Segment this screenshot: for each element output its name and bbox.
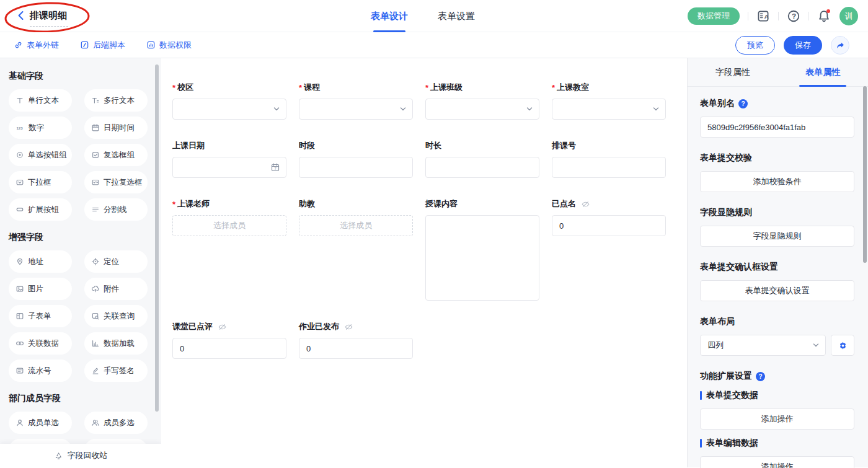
field-class[interactable]: *上课班级 <box>425 82 539 120</box>
field-pill-lookup[interactable]: 关联查询 <box>84 305 148 327</box>
field-pill-address[interactable]: 地址 <box>9 250 72 273</box>
select-icon <box>16 178 24 187</box>
field-pill-multi-text[interactable]: 多行文本 <box>84 89 148 112</box>
layout-select[interactable]: 四列 <box>700 335 826 356</box>
text-multi-icon <box>91 96 100 105</box>
field-schedule-no[interactable]: 排课号 <box>552 140 666 178</box>
teaching-content-textarea[interactable] <box>425 215 539 301</box>
section-visibility-rule: 字段显隐规则 字段显隐规则 <box>700 207 854 247</box>
field-pill-attachment[interactable]: 附件 <box>84 278 148 300</box>
glossary-icon[interactable]: A <box>756 9 770 23</box>
classroom-select[interactable] <box>552 99 666 120</box>
field-pill-radio-group[interactable]: 单选按钮组 <box>9 144 72 166</box>
field-pill-member-single[interactable]: 成员单选 <box>9 412 72 434</box>
save-button[interactable]: 保存 <box>784 36 822 55</box>
field-teaching-content[interactable]: 授课内容 <box>425 198 539 301</box>
data-load-icon <box>91 339 100 348</box>
form-canvas: *校区 *课程 *上课班级 *上课教室 上课日期 <box>161 58 687 467</box>
field-class-date[interactable]: 上课日期 7 <box>172 140 286 178</box>
tab-form-design[interactable]: 表单设计 <box>371 0 408 32</box>
title-edit-underline <box>30 26 68 27</box>
form-title[interactable]: 排课明细 <box>30 10 67 22</box>
field-classroom[interactable]: *上课教室 <box>552 82 666 120</box>
homework-published-input[interactable] <box>299 338 413 359</box>
help-icon[interactable]: ? <box>756 372 765 381</box>
sidebar-scrollbar[interactable] <box>155 64 159 412</box>
script-icon <box>80 40 89 50</box>
field-pill-single-text[interactable]: 单行文本 <box>9 89 72 112</box>
field-pill-multi-select[interactable]: 下拉复选框 <box>84 171 148 193</box>
field-pill-linked-data[interactable]: 关联数据 <box>9 332 72 355</box>
layout-settings-button[interactable] <box>831 335 854 356</box>
field-recycle-bin[interactable]: 字段回收站 <box>0 444 161 467</box>
assistant-member-picker[interactable]: 选择成员 <box>299 215 413 236</box>
submit-confirm-settings-button[interactable]: 表单提交确认设置 <box>700 280 854 301</box>
field-pill-signature[interactable]: 手写签名 <box>84 360 148 382</box>
field-assistant[interactable]: 助教 选择成员 <box>299 198 413 236</box>
add-submit-action-button[interactable]: 添加操作 <box>700 408 854 430</box>
field-pill-location[interactable]: 定位 <box>84 250 148 273</box>
field-pill-member-multi[interactable]: 成员多选 <box>84 412 148 434</box>
panel-body: 表单别名? 表单提交校验 添加校验条件 字段显隐规则 字段显隐规则 表单提交确认… <box>688 87 868 468</box>
tab-form-properties[interactable]: 表单属性 <box>778 58 868 86</box>
add-check-condition-button[interactable]: 添加校验条件 <box>700 171 854 192</box>
share-button[interactable] <box>831 36 849 55</box>
field-roll-called[interactable]: 已点名 <box>552 198 666 236</box>
course-select[interactable] <box>299 99 413 120</box>
field-time-slot[interactable]: 时段 <box>299 140 413 178</box>
back-icon[interactable] <box>15 9 27 22</box>
field-duration[interactable]: 时长 <box>425 140 539 178</box>
field-pill-datetime[interactable]: 日期时间 <box>84 117 148 139</box>
data-permission-button[interactable]: 数据权限 <box>146 40 192 51</box>
member-single-icon <box>16 418 24 427</box>
duration-input[interactable] <box>425 157 539 178</box>
hidden-eye-icon <box>218 322 227 332</box>
field-pill-number[interactable]: 123数字 <box>9 117 72 139</box>
help-icon[interactable]: ? <box>787 9 800 23</box>
link-icon <box>14 40 23 50</box>
number-icon: 123 <box>16 123 25 132</box>
avatar[interactable]: 训 <box>839 7 858 25</box>
field-pill-button[interactable]: 扩展按钮 <box>9 198 72 221</box>
field-course[interactable]: *课程 <box>299 82 413 120</box>
section-form-layout: 表单布局 四列 <box>700 316 854 356</box>
class-reviewed-input[interactable] <box>172 338 286 359</box>
field-pill-checkbox-group[interactable]: 复选框组 <box>84 144 148 166</box>
section-title-basic-fields: 基础字段 <box>9 71 148 82</box>
data-manage-button[interactable]: 数据管理 <box>688 7 740 25</box>
signature-icon <box>91 366 100 375</box>
panel-scrollbar[interactable] <box>863 86 867 263</box>
external-link-button[interactable]: 表单外链 <box>14 40 59 51</box>
notification-bell-icon[interactable] <box>817 9 831 23</box>
panel-tabs: 字段属性 表单属性 <box>688 58 868 87</box>
accent-bar <box>700 439 702 448</box>
field-pill-subform[interactable]: 子表单 <box>9 305 72 327</box>
field-pill-data-load[interactable]: 数据加载 <box>84 332 148 355</box>
field-class-reviewed[interactable]: 课堂已点评 <box>172 321 286 359</box>
add-edit-action-button[interactable]: 添加操作 <box>700 456 854 468</box>
campus-select[interactable] <box>172 99 286 120</box>
class-select[interactable] <box>425 99 539 120</box>
field-campus[interactable]: *校区 <box>172 82 286 120</box>
schedule-no-input[interactable] <box>552 157 666 178</box>
help-icon[interactable]: ? <box>738 99 748 108</box>
time-slot-input[interactable] <box>299 157 413 178</box>
lookup-icon <box>91 312 100 320</box>
backend-script-button[interactable]: 后端脚本 <box>80 40 125 51</box>
teacher-member-picker[interactable]: 选择成员 <box>172 215 286 236</box>
field-teacher[interactable]: *上课老师 选择成员 <box>172 198 286 236</box>
notification-dot <box>826 9 830 13</box>
field-homework-published[interactable]: 作业已发布 <box>299 321 413 359</box>
toolbar-links: 表单外链 后端脚本 数据权限 <box>0 40 192 51</box>
roll-called-input[interactable] <box>552 215 666 236</box>
preview-button[interactable]: 预览 <box>735 36 775 55</box>
tab-field-properties[interactable]: 字段属性 <box>688 58 778 86</box>
field-pill-image[interactable]: 图片 <box>9 278 72 300</box>
tab-form-settings[interactable]: 表单设置 <box>438 0 475 32</box>
field-pill-serial-number[interactable]: 流水号 <box>9 360 72 382</box>
form-alias-input[interactable] <box>700 117 854 138</box>
visibility-rule-button[interactable]: 字段显隐规则 <box>700 226 854 247</box>
field-pill-divider[interactable]: 分割线 <box>84 198 148 221</box>
class-date-input[interactable]: 7 <box>172 157 286 178</box>
field-pill-select[interactable]: 下拉框 <box>9 171 72 193</box>
